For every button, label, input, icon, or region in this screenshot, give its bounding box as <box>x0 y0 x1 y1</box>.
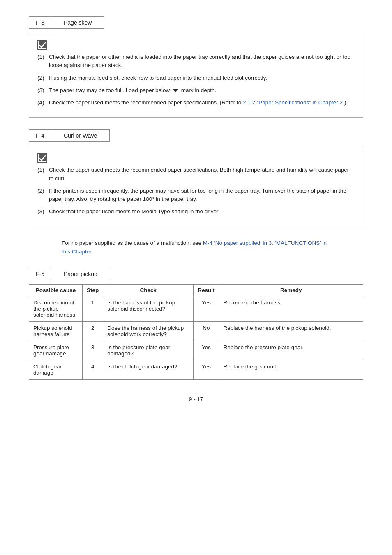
table-row: Disconnection of the pickup solenoid har… <box>29 296 363 321</box>
checkmark-icon-f3 <box>37 40 47 50</box>
cell-remedy-0: Reconnect the harness. <box>219 296 363 321</box>
cell-step-1: 2 <box>83 321 103 341</box>
col-header-remedy: Remedy <box>219 284 363 296</box>
f3-item-4-num: (4) <box>37 99 49 107</box>
section-f5: F-5 Paper pickup Possible cause Step Che… <box>29 268 363 380</box>
section-f4: F-4 Curl or Wave (1) Check the paper use… <box>29 129 363 227</box>
col-header-check: Check <box>103 284 194 296</box>
f4-item-3: (3) Check that the paper used meets the … <box>37 207 355 216</box>
page-number: 9 - 17 <box>29 396 363 402</box>
table-header-row: Possible cause Step Check Result Remedy <box>29 284 363 296</box>
f3-item-2-num: (2) <box>37 74 49 82</box>
fault-code-f4: F-4 <box>29 129 51 142</box>
cell-remedy-1: Replace the harness of the pickup soleno… <box>219 321 363 341</box>
table-row: Pickup solenoid harness failure 2 Does t… <box>29 321 363 341</box>
checklist-f4: (1) Check the paper used meets the recom… <box>29 146 363 227</box>
f3-item-3-text: The paper tray may be too full. Load pap… <box>49 86 355 94</box>
fault-header-f3: F-3 Page skew <box>29 16 160 29</box>
cell-check-1: Does the harness of the pickup solenoid … <box>103 321 194 341</box>
cell-check-2: Is the pressure plate gear damaged? <box>103 341 194 360</box>
f4-item-1-text: Check the paper used meets the recommend… <box>49 166 355 183</box>
f4-item-3-num: (3) <box>37 207 49 216</box>
cell-cause-2: Pressure plate gear damage <box>29 341 83 360</box>
f4-item-2: (2) If the printer is used infrequently,… <box>37 187 355 204</box>
f4-item-3-text: Check that the paper used meets the Medi… <box>49 207 355 216</box>
table-row: Pressure plate gear damage 3 Is the pres… <box>29 341 363 360</box>
f3-item-3-num: (3) <box>37 86 49 94</box>
cell-step-2: 3 <box>83 341 103 360</box>
cell-cause-3: Clutch gear damage <box>29 360 83 379</box>
f3-item-2-text: If using the manual feed slot, check how… <box>49 74 355 82</box>
cell-remedy-2: Replace the pressure plate gear. <box>219 341 363 360</box>
f3-item-3: (3) The paper tray may be too full. Load… <box>37 86 355 94</box>
table-row: Clutch gear damage 4 Is the clutch gear … <box>29 360 363 379</box>
f3-item-4: (4) Check the paper used meets the recom… <box>37 99 355 107</box>
col-header-result: Result <box>194 284 219 296</box>
cell-cause-1: Pickup solenoid harness failure <box>29 321 83 341</box>
malfunction-note: For no paper supplied as the cause of a … <box>62 239 330 256</box>
fault-header-f4: F-4 Curl or Wave <box>29 129 160 142</box>
fault-title-f3: Page skew <box>51 16 104 29</box>
checkmark-icon-f4 <box>37 153 47 163</box>
cell-check-0: Is the harness of the pickup solenoid di… <box>103 296 194 321</box>
cell-check-3: Is the clutch gear damaged? <box>103 360 194 379</box>
triangle-icon <box>173 89 178 92</box>
checklist-f3: (1) Check that the paper or other media … <box>29 33 363 118</box>
cell-result-3: Yes <box>194 360 219 379</box>
f3-item-4-text: Check the paper used meets the recommend… <box>49 99 355 107</box>
f4-item-1-num: (1) <box>37 166 49 183</box>
fault-title-f5: Paper pickup <box>51 268 110 280</box>
cell-result-0: Yes <box>194 296 219 321</box>
f4-item-2-text: If the printer is used infrequently, the… <box>49 187 355 204</box>
col-header-step: Step <box>83 284 103 296</box>
section-f3: F-3 Page skew (1) Check that the paper o… <box>29 16 363 118</box>
f4-item-2-num: (2) <box>37 187 49 204</box>
f3-link[interactable]: 2.1.2 “Paper Specifications” in Chapter … <box>243 99 343 106</box>
cell-result-2: Yes <box>194 341 219 360</box>
fault-code-f5: F-5 <box>29 268 51 280</box>
col-header-cause: Possible cause <box>29 284 83 296</box>
cell-remedy-3: Replace the gear unit. <box>219 360 363 379</box>
cell-step-3: 4 <box>83 360 103 379</box>
fault-code-f3: F-3 <box>29 16 51 29</box>
f3-item-1: (1) Check that the paper or other media … <box>37 53 355 70</box>
fault-header-f5: F-5 Paper pickup <box>29 268 160 280</box>
f4-item-1: (1) Check the paper used meets the recom… <box>37 166 355 183</box>
f5-table: Possible cause Step Check Result Remedy … <box>29 284 363 380</box>
fault-title-f4: Curl or Wave <box>51 129 110 142</box>
cell-result-1: No <box>194 321 219 341</box>
f3-item-2: (2) If using the manual feed slot, check… <box>37 74 355 82</box>
cell-step-0: 1 <box>83 296 103 321</box>
f3-item-1-text: Check that the paper or other media is l… <box>49 53 355 70</box>
f3-item-1-num: (1) <box>37 53 49 70</box>
cell-cause-0: Disconnection of the pickup solenoid har… <box>29 296 83 321</box>
